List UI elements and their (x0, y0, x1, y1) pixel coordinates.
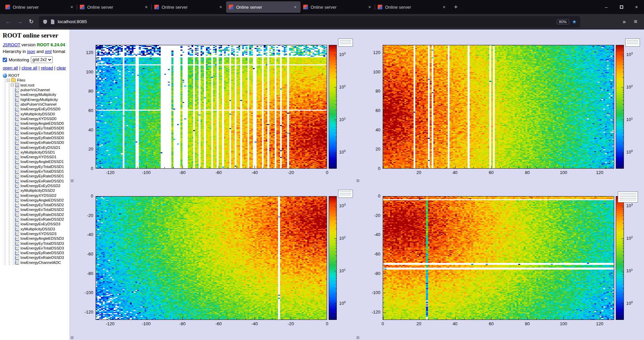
shield-icon[interactable] (43, 19, 48, 24)
tree-item[interactable]: xyMultiplicityDSSD1 (15, 150, 67, 155)
tree-item[interactable]: lowEnergyEyRateDSSD0 (15, 135, 67, 140)
tree-item-files[interactable]: −Files (7, 78, 67, 82)
heatmap-canvas[interactable] (96, 45, 327, 169)
tree-item[interactable]: lowEnergyExTotalDSSD0 (15, 131, 67, 135)
tab[interactable]: Online server× (301, 1, 375, 13)
new-tab-button[interactable]: + (451, 2, 461, 12)
bookmark-star-icon[interactable]: ★ (572, 19, 577, 25)
tree-item[interactable]: lowEnergyExTotalDSSD2 (15, 207, 67, 212)
hierarchy-mid: and (35, 49, 45, 54)
tree-item[interactable]: xyMultiplicityDSSD3 (15, 227, 67, 231)
tab[interactable]: Online server× (152, 1, 226, 13)
tree-item[interactable]: lowEnergyEyTotalDSSD2 (15, 203, 67, 207)
tree-item[interactable]: lowEnergyExEyDSSD0 (15, 107, 67, 111)
jsroot-link[interactable]: JSROOT (3, 42, 20, 47)
tree-item[interactable]: lowEnergyEyRateDSSD3 (15, 250, 67, 255)
x-tick-label: -120 (106, 170, 114, 175)
colorbar[interactable] (329, 196, 337, 320)
tab-close-button[interactable]: × (292, 4, 298, 10)
stats-box[interactable] (338, 190, 353, 198)
tree-item[interactable]: lowEnergyXYDSSD3 (15, 231, 67, 236)
minimize-button[interactable]: – (599, 0, 614, 14)
tree-item-root[interactable]: ROOT (3, 73, 67, 78)
zoom-indicator[interactable]: 80% (557, 19, 569, 24)
tab-close-button[interactable]: × (367, 4, 372, 10)
tree-item[interactable]: lowEnergyExEyDSSD3 (15, 222, 67, 226)
tree-item[interactable]: lowEnergyAngleEDSSD3 (15, 236, 67, 241)
back-button[interactable]: ← (3, 16, 14, 27)
x-tick-label: -80 (179, 321, 185, 326)
tab[interactable]: Online server× (77, 1, 152, 13)
tab[interactable]: Online server× (226, 1, 301, 13)
tree-item[interactable]: lowEnergyExRateDSSD1 (15, 179, 67, 183)
tree-item[interactable]: lowEnergyEyRateDSSD1 (15, 174, 67, 178)
tree-item[interactable]: absPulserVsChannel (15, 102, 67, 107)
json-link[interactable]: json (27, 49, 35, 54)
tree-item-label: lowEnergyEyTotalDSSD1 (20, 165, 64, 169)
overflow-button[interactable]: » (619, 16, 630, 27)
tree-item[interactable]: lowEnergyXYDSSD1 (15, 155, 67, 159)
tree-item[interactable]: xyMultiplicityDSSD0 (15, 111, 67, 116)
tree-item[interactable]: lowEnergyExRateDSSD0 (15, 140, 67, 145)
histogram-icon (15, 256, 19, 260)
tree-item[interactable]: lowEnergyExRateDSSD2 (15, 217, 67, 222)
splitter-handle[interactable] (71, 179, 73, 182)
heatmap-canvas[interactable] (383, 196, 614, 320)
tab-close-button[interactable]: × (69, 4, 74, 10)
stats-box[interactable] (338, 39, 353, 47)
colorbar[interactable] (329, 45, 337, 169)
tree-item-label: pulserVsChannel (20, 88, 50, 92)
tree-item[interactable]: lowEnergyExRateDSSD3 (15, 255, 67, 260)
tree-item[interactable]: lowEnergyExTotalDSSD1 (15, 169, 67, 174)
page-info-icon[interactable] (51, 19, 55, 24)
maximize-button[interactable] (614, 0, 629, 14)
tree-item[interactable]: highEnergyMultiplicity (15, 97, 67, 102)
menu-button[interactable]: ≡ (630, 16, 641, 27)
close-button[interactable]: × (629, 0, 644, 14)
tab[interactable]: Online server× (375, 1, 449, 13)
tree-item[interactable]: lowEnergyAngleEDSSD0 (15, 121, 67, 126)
tree-item[interactable]: lowEnergyExEyDSSD2 (15, 183, 67, 188)
heatmap-canvas[interactable] (383, 45, 614, 169)
action-reload[interactable]: reload (41, 65, 53, 70)
monitoring-checkbox[interactable] (3, 58, 7, 62)
tree-toggle-icon[interactable]: − (7, 79, 10, 82)
tab-close-button[interactable]: × (441, 4, 447, 10)
tree-item[interactable]: lowEnergyAngleEDSSD1 (15, 159, 67, 164)
action-clear[interactable]: clear (56, 65, 66, 70)
reload-button[interactable]: ↻ (25, 16, 37, 27)
tree-item[interactable]: lowEnergyXYDSSD2 (15, 193, 67, 197)
tree-item-file[interactable]: −test.root (11, 83, 67, 88)
action-close-all[interactable]: close all (21, 65, 37, 70)
heatmap-canvas[interactable] (96, 196, 327, 320)
tab-close-button[interactable]: × (144, 4, 149, 10)
splitter-handle[interactable] (357, 179, 359, 182)
tree-item[interactable]: lowEnergyEyTotalDSSD1 (15, 164, 67, 169)
tree-item[interactable]: lowEnergyChannelADC (15, 260, 67, 265)
stats-box[interactable] (618, 191, 638, 203)
url-bar[interactable]: localhost:8085 80% ★ (39, 16, 580, 27)
tree-item[interactable]: lowEnergyExTotalDSSD3 (15, 246, 67, 250)
tree-item[interactable]: lowEnergyMultiplicity (15, 92, 67, 97)
tree-item[interactable]: lowEnergyXYDSSD0 (15, 116, 67, 121)
tree-item[interactable]: xyMultiplicityDSSD2 (15, 188, 67, 193)
splitter-handle[interactable] (71, 336, 73, 339)
action-open-all[interactable]: open all (3, 65, 18, 70)
y-tick-label: -40 (70, 232, 93, 237)
tree-item[interactable]: lowEnergyEyRateDSSD2 (15, 212, 67, 217)
tree-item[interactable]: lowEnergyAngleEDSSD2 (15, 198, 67, 203)
colorbar[interactable] (616, 45, 624, 169)
layout-select[interactable]: grid 2x2 (31, 56, 53, 63)
tab[interactable]: Online server× (3, 1, 77, 13)
splitter-handle[interactable] (357, 336, 359, 339)
tree-item[interactable]: lowEnergyEyTotalDSSD0 (15, 126, 67, 130)
tree-item[interactable]: lowEnergyExEyDSSD1 (15, 145, 67, 150)
forward-button[interactable]: → (14, 16, 25, 27)
tab-close-button[interactable]: × (218, 4, 223, 10)
stats-box[interactable] (625, 39, 640, 47)
tree-item[interactable]: pulserVsChannel (15, 88, 67, 92)
tree-item[interactable]: lowEnergyEyTotalDSSD3 (15, 241, 67, 245)
xml-link[interactable]: xml (45, 49, 52, 54)
tree-toggle-icon[interactable]: − (11, 83, 14, 87)
colorbar[interactable] (616, 196, 624, 320)
